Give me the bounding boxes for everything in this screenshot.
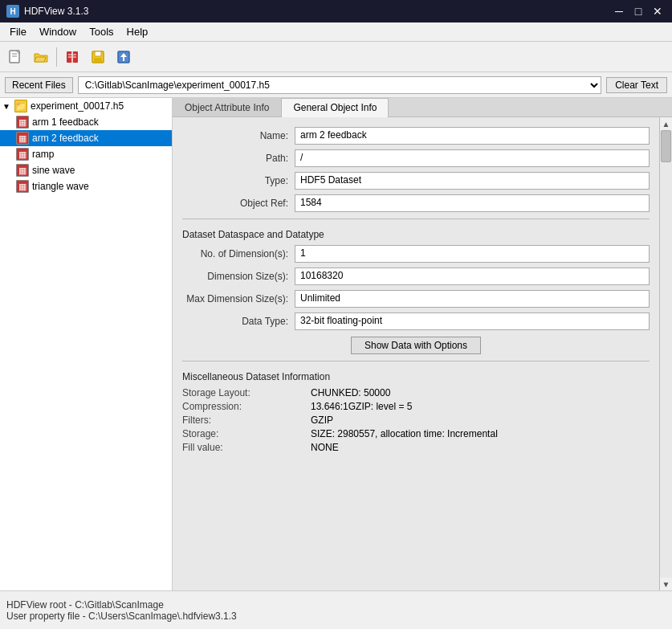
name-label: Name: — [182, 130, 295, 141]
filters-val: GZIP — [311, 415, 333, 426]
app-icon: H — [6, 5, 19, 18]
dimension-size-value: 10168320 — [295, 268, 650, 285]
status-line-1: HDFView root - C:\Gitlab\ScanImage — [6, 599, 666, 611]
window-title: HDFView 3.1.3 — [24, 6, 88, 17]
storage-val: SIZE: 2980557, allocation time: Incremen… — [311, 428, 498, 439]
tree-expand-icon: ▼ — [2, 101, 11, 111]
compression-key: Compression: — [182, 401, 311, 412]
dataset-icon-2: ▦ — [16, 148, 29, 161]
scroll-down-arrow[interactable]: ▼ — [660, 578, 673, 590]
storage-key: Storage: — [182, 428, 311, 439]
storage-layout-key: Storage Layout: — [182, 387, 311, 398]
clear-text-button[interactable]: Clear Text — [606, 77, 667, 93]
status-line-2: User property file - C:\Users\ScanImage\… — [6, 611, 666, 622]
panel-content: Name: arm 2 feedback Path: / Type: HDF5 … — [173, 117, 659, 590]
scroll-up-arrow[interactable]: ▲ — [660, 117, 673, 130]
data-type-label: Data Type: — [182, 316, 295, 327]
maximize-button[interactable]: □ — [630, 3, 646, 19]
tree-item-triangle-wave[interactable]: ▦ triangle wave — [0, 178, 172, 194]
panel-scrollbar: ▲ ▼ — [659, 117, 672, 590]
sidebar: ▼ 📁 experiment_00017.h5 ▦ arm 1 feedback… — [0, 98, 173, 590]
tree-item-arm2-feedback[interactable]: ▦ arm 2 feedback — [0, 130, 172, 146]
storage-line: Storage: SIZE: 2980557, allocation time:… — [182, 428, 650, 439]
name-value: arm 2 feedback — [295, 127, 650, 145]
compression-val: 13.646:1GZIP: level = 5 — [311, 401, 412, 412]
fill-value-key: Fill value: — [182, 442, 311, 453]
main-content: ▼ 📁 experiment_00017.h5 ▦ arm 1 feedback… — [0, 98, 672, 590]
misc-section-header: Miscellaneous Dataset Information — [182, 371, 650, 382]
path-value: / — [295, 149, 650, 167]
scroll-thumb[interactable] — [661, 130, 671, 162]
toolbar-open-button[interactable] — [29, 45, 53, 69]
objref-row: Object Ref: 1584 — [182, 194, 650, 212]
address-combo[interactable]: C:\Gitlab\ScanImage\experiment_00017.h5 — [78, 76, 601, 94]
toolbar-save-button[interactable] — [86, 45, 110, 69]
fill-value-line: Fill value: NONE — [182, 442, 650, 453]
toolbar-book-button[interactable] — [60, 45, 84, 69]
minimize-button[interactable]: ─ — [611, 3, 627, 19]
data-type-value: 32-bit floating-point — [295, 312, 650, 330]
menu-window[interactable]: Window — [33, 24, 83, 39]
storage-layout-line: Storage Layout: CHUNKED: 50000 — [182, 387, 650, 398]
divider-2 — [182, 361, 650, 361]
type-row: Type: HDF5 Dataset — [182, 172, 650, 190]
tab-object-attribute-info[interactable]: Object Attribute Info — [173, 98, 281, 116]
toolbar-separator-1 — [56, 47, 57, 67]
dataset-icon-4: ▦ — [16, 180, 29, 193]
dataset-icon-3: ▦ — [16, 164, 29, 177]
menu-bar: File Window Tools Help — [0, 22, 672, 42]
divider-1 — [182, 219, 650, 219]
num-dimensions-row: No. of Dimension(s): 1 — [182, 245, 650, 263]
toolbar — [0, 42, 672, 72]
tree-label-4: triangle wave — [32, 181, 89, 192]
recent-files-button[interactable]: Recent Files — [5, 77, 73, 93]
address-bar: Recent Files C:\Gitlab\ScanImage\experim… — [0, 72, 672, 98]
menu-file[interactable]: File — [3, 24, 33, 39]
objref-label: Object Ref: — [182, 198, 295, 209]
right-panel: Object Attribute Info General Object Inf… — [173, 98, 672, 590]
max-dimension-label: Max Dimension Size(s): — [182, 293, 295, 304]
tab-bar: Object Attribute Info General Object Inf… — [173, 98, 672, 117]
menu-tools[interactable]: Tools — [83, 24, 120, 39]
fill-value-val: NONE — [311, 442, 339, 453]
filters-line: Filters: GZIP — [182, 415, 650, 426]
dataspace-section-header: Dataset Dataspace and Datatype — [182, 229, 650, 240]
type-value: HDF5 Dataset — [295, 172, 650, 190]
menu-help[interactable]: Help — [120, 24, 155, 39]
panel-with-scroll: Name: arm 2 feedback Path: / Type: HDF5 … — [173, 117, 672, 590]
tree-item-arm1-feedback[interactable]: ▦ arm 1 feedback — [0, 114, 172, 130]
type-label: Type: — [182, 175, 295, 186]
compression-line: Compression: 13.646:1GZIP: level = 5 — [182, 401, 650, 412]
dataset-icon-1: ▦ — [16, 132, 29, 145]
scroll-track[interactable] — [660, 130, 672, 578]
num-dimensions-label: No. of Dimension(s): — [182, 248, 295, 259]
tree-root-item[interactable]: ▼ 📁 experiment_00017.h5 — [0, 98, 172, 114]
svg-rect-12 — [94, 58, 102, 62]
data-type-row: Data Type: 32-bit floating-point — [182, 312, 650, 330]
status-bar: HDFView root - C:\Gitlab\ScanImage User … — [0, 590, 672, 629]
storage-layout-val: CHUNKED: 50000 — [311, 387, 390, 398]
tree-label-3: sine wave — [32, 165, 75, 176]
toolbar-export-button[interactable] — [112, 45, 136, 69]
dimension-size-row: Dimension Size(s): 10168320 — [182, 268, 650, 285]
tree-label-2: ramp — [32, 149, 54, 160]
tab-general-object-info[interactable]: General Object Info — [281, 98, 389, 117]
tree-item-ramp[interactable]: ▦ ramp — [0, 146, 172, 162]
tree-label-0: arm 1 feedback — [32, 116, 99, 128]
tree-item-sine-wave[interactable]: ▦ sine wave — [0, 162, 172, 178]
svg-rect-11 — [95, 51, 101, 56]
tree-label-1: arm 2 feedback — [32, 133, 99, 144]
title-controls: ─ □ ✕ — [611, 3, 666, 19]
max-dimension-value: Unlimited — [295, 290, 650, 308]
show-data-button[interactable]: Show Data with Options — [351, 337, 481, 354]
num-dimensions-value: 1 — [295, 245, 650, 263]
close-button[interactable]: ✕ — [650, 3, 666, 19]
title-bar: H HDFView 3.1.3 ─ □ ✕ — [0, 0, 672, 22]
dataset-icon-0: ▦ — [16, 116, 29, 129]
objref-value: 1584 — [295, 194, 650, 212]
name-row: Name: arm 2 feedback — [182, 127, 650, 145]
title-bar-left: H HDFView 3.1.3 — [6, 5, 88, 18]
filters-key: Filters: — [182, 415, 311, 426]
toolbar-new-button[interactable] — [3, 45, 27, 69]
dimension-size-label: Dimension Size(s): — [182, 271, 295, 282]
